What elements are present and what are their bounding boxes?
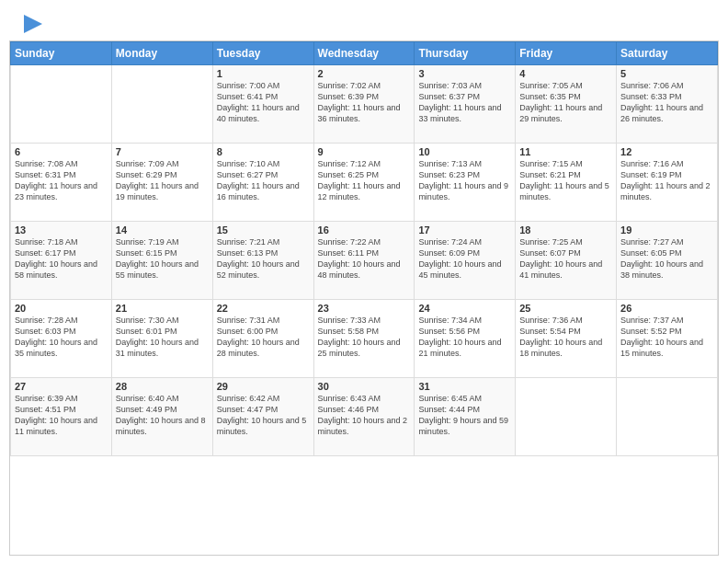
logo-icon	[20, 11, 46, 37]
calendar-cell: 23Sunrise: 7:33 AM Sunset: 5:58 PM Dayli…	[313, 300, 415, 378]
day-info: Sunrise: 7:18 AM Sunset: 6:17 PM Dayligh…	[15, 236, 108, 282]
day-number: 2	[318, 68, 411, 79]
day-of-week-header: Monday	[111, 42, 212, 65]
day-info: Sunrise: 7:37 AM Sunset: 5:52 PM Dayligh…	[620, 315, 713, 360]
calendar-cell: 5Sunrise: 7:06 AM Sunset: 6:33 PM Daylig…	[617, 65, 718, 144]
day-number: 21	[116, 303, 209, 314]
day-info: Sunrise: 7:30 AM Sunset: 6:01 PM Dayligh…	[116, 315, 209, 360]
day-number: 26	[620, 303, 713, 314]
calendar-cell: 18Sunrise: 7:25 AM Sunset: 6:07 PM Dayli…	[516, 222, 617, 300]
calendar-cell: 7Sunrise: 7:09 AM Sunset: 6:29 PM Daylig…	[111, 144, 212, 222]
calendar-cell: 31Sunrise: 6:45 AM Sunset: 4:44 PM Dayli…	[415, 378, 516, 456]
day-of-week-header: Friday	[516, 42, 617, 65]
calendar-cell: 3Sunrise: 7:03 AM Sunset: 6:37 PM Daylig…	[415, 65, 516, 144]
calendar-cell: 29Sunrise: 6:42 AM Sunset: 4:47 PM Dayli…	[212, 378, 313, 456]
calendar-cell: 21Sunrise: 7:30 AM Sunset: 6:01 PM Dayli…	[111, 300, 212, 378]
day-info: Sunrise: 7:08 AM Sunset: 6:31 PM Dayligh…	[15, 158, 108, 203]
calendar-cell: 4Sunrise: 7:05 AM Sunset: 6:35 PM Daylig…	[516, 65, 617, 144]
day-info: Sunrise: 7:10 AM Sunset: 6:27 PM Dayligh…	[217, 158, 310, 203]
calendar-cell: 10Sunrise: 7:13 AM Sunset: 6:23 PM Dayli…	[415, 144, 516, 222]
calendar: SundayMondayTuesdayWednesdayThursdayFrid…	[9, 40, 719, 556]
day-of-week-header: Sunday	[11, 42, 112, 65]
day-number: 6	[15, 146, 108, 157]
day-number: 25	[519, 303, 612, 314]
calendar-cell: 28Sunrise: 6:40 AM Sunset: 4:49 PM Dayli…	[111, 378, 212, 456]
header	[0, 0, 728, 40]
day-number: 30	[318, 381, 411, 392]
calendar-cell	[11, 65, 112, 144]
calendar-cell: 6Sunrise: 7:08 AM Sunset: 6:31 PM Daylig…	[11, 144, 112, 222]
calendar-cell	[617, 378, 718, 456]
calendar-cell: 22Sunrise: 7:31 AM Sunset: 6:00 PM Dayli…	[212, 300, 313, 378]
day-number: 15	[217, 224, 310, 236]
day-number: 1	[217, 68, 310, 79]
day-number: 23	[318, 303, 411, 314]
day-of-week-header: Thursday	[415, 42, 516, 65]
calendar-cell: 30Sunrise: 6:43 AM Sunset: 4:46 PM Dayli…	[313, 378, 415, 456]
day-number: 27	[15, 381, 108, 392]
day-info: Sunrise: 6:40 AM Sunset: 4:49 PM Dayligh…	[116, 393, 209, 438]
calendar-cell: 19Sunrise: 7:27 AM Sunset: 6:05 PM Dayli…	[617, 222, 718, 300]
day-number: 8	[217, 146, 310, 157]
day-number: 19	[620, 224, 713, 236]
day-info: Sunrise: 6:43 AM Sunset: 4:46 PM Dayligh…	[318, 393, 411, 438]
day-info: Sunrise: 7:28 AM Sunset: 6:03 PM Dayligh…	[15, 315, 108, 360]
calendar-cell: 17Sunrise: 7:24 AM Sunset: 6:09 PM Dayli…	[415, 222, 516, 300]
day-info: Sunrise: 7:33 AM Sunset: 5:58 PM Dayligh…	[318, 315, 411, 360]
day-info: Sunrise: 7:25 AM Sunset: 6:07 PM Dayligh…	[519, 236, 612, 282]
day-number: 16	[318, 224, 411, 236]
day-info: Sunrise: 7:19 AM Sunset: 6:15 PM Dayligh…	[116, 236, 209, 282]
day-number: 20	[15, 303, 108, 314]
day-number: 9	[318, 146, 411, 157]
calendar-cell	[516, 378, 617, 456]
day-info: Sunrise: 7:15 AM Sunset: 6:21 PM Dayligh…	[519, 158, 612, 203]
calendar-cell: 9Sunrise: 7:12 AM Sunset: 6:25 PM Daylig…	[313, 144, 415, 222]
day-number: 28	[116, 381, 209, 392]
day-number: 11	[519, 146, 612, 157]
day-number: 12	[620, 146, 713, 157]
calendar-cell: 14Sunrise: 7:19 AM Sunset: 6:15 PM Dayli…	[111, 222, 212, 300]
calendar-cell	[111, 65, 212, 144]
calendar-cell: 26Sunrise: 7:37 AM Sunset: 5:52 PM Dayli…	[617, 300, 718, 378]
day-number: 13	[15, 224, 108, 236]
day-info: Sunrise: 6:45 AM Sunset: 4:44 PM Dayligh…	[418, 393, 511, 438]
day-number: 5	[620, 68, 713, 79]
calendar-cell: 20Sunrise: 7:28 AM Sunset: 6:03 PM Dayli…	[11, 300, 112, 378]
calendar-cell: 8Sunrise: 7:10 AM Sunset: 6:27 PM Daylig…	[212, 144, 313, 222]
day-info: Sunrise: 6:39 AM Sunset: 4:51 PM Dayligh…	[15, 393, 108, 438]
calendar-cell: 12Sunrise: 7:16 AM Sunset: 6:19 PM Dayli…	[617, 144, 718, 222]
calendar-cell: 27Sunrise: 6:39 AM Sunset: 4:51 PM Dayli…	[11, 378, 112, 456]
calendar-cell: 25Sunrise: 7:36 AM Sunset: 5:54 PM Dayli…	[516, 300, 617, 378]
day-info: Sunrise: 7:05 AM Sunset: 6:35 PM Dayligh…	[519, 80, 612, 125]
day-info: Sunrise: 7:09 AM Sunset: 6:29 PM Dayligh…	[116, 158, 209, 203]
day-info: Sunrise: 7:36 AM Sunset: 5:54 PM Dayligh…	[519, 315, 612, 360]
day-number: 3	[418, 68, 511, 79]
day-info: Sunrise: 7:31 AM Sunset: 6:00 PM Dayligh…	[217, 315, 310, 360]
day-info: Sunrise: 7:27 AM Sunset: 6:05 PM Dayligh…	[620, 236, 713, 282]
day-number: 10	[418, 146, 511, 157]
day-of-week-header: Saturday	[617, 42, 718, 65]
calendar-cell: 15Sunrise: 7:21 AM Sunset: 6:13 PM Dayli…	[212, 222, 313, 300]
day-number: 31	[418, 381, 511, 392]
day-number: 24	[418, 303, 511, 314]
day-info: Sunrise: 7:24 AM Sunset: 6:09 PM Dayligh…	[418, 236, 511, 282]
calendar-cell: 11Sunrise: 7:15 AM Sunset: 6:21 PM Dayli…	[516, 144, 617, 222]
day-info: Sunrise: 7:21 AM Sunset: 6:13 PM Dayligh…	[217, 236, 310, 282]
day-info: Sunrise: 7:12 AM Sunset: 6:25 PM Dayligh…	[318, 158, 411, 203]
day-number: 17	[418, 224, 511, 236]
day-of-week-header: Tuesday	[212, 42, 313, 65]
day-info: Sunrise: 7:03 AM Sunset: 6:37 PM Dayligh…	[418, 80, 511, 125]
day-info: Sunrise: 7:00 AM Sunset: 6:41 PM Dayligh…	[217, 80, 310, 125]
day-of-week-header: Wednesday	[313, 42, 415, 65]
day-info: Sunrise: 7:06 AM Sunset: 6:33 PM Dayligh…	[620, 80, 713, 125]
logo	[18, 11, 46, 33]
calendar-cell: 24Sunrise: 7:34 AM Sunset: 5:56 PM Dayli…	[415, 300, 516, 378]
day-number: 14	[116, 224, 209, 236]
day-info: Sunrise: 7:34 AM Sunset: 5:56 PM Dayligh…	[418, 315, 511, 360]
svg-marker-0	[24, 15, 42, 33]
day-number: 22	[217, 303, 310, 314]
day-info: Sunrise: 7:22 AM Sunset: 6:11 PM Dayligh…	[318, 236, 411, 282]
day-info: Sunrise: 7:02 AM Sunset: 6:39 PM Dayligh…	[318, 80, 411, 125]
day-number: 7	[116, 146, 209, 157]
calendar-cell: 2Sunrise: 7:02 AM Sunset: 6:39 PM Daylig…	[313, 65, 415, 144]
